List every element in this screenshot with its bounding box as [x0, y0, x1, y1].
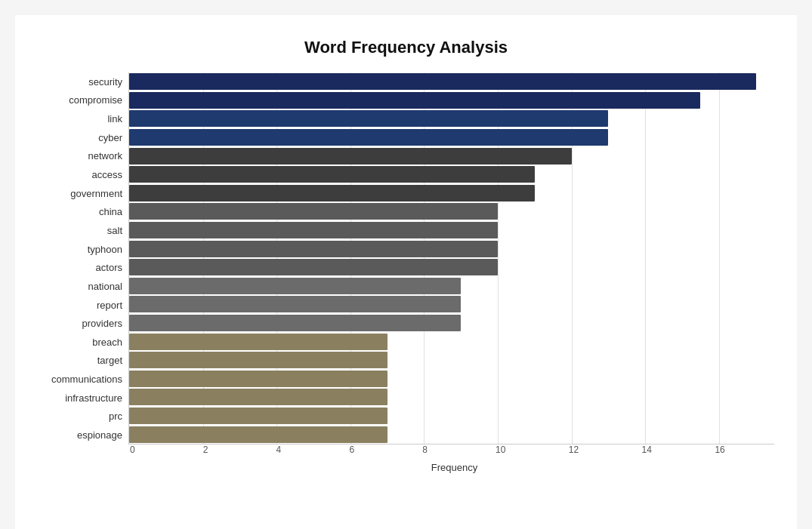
y-axis-labels: securitycompromiselinkcybernetworkaccess…: [38, 72, 128, 444]
y-label: compromise: [69, 95, 122, 105]
x-tick: 8: [422, 444, 428, 455]
bar-row: [129, 165, 774, 184]
bar: [129, 408, 387, 424]
chart-area: securitycompromiselinkcybernetworkaccess…: [38, 72, 774, 473]
bar-row: [129, 425, 774, 444]
bar: [129, 315, 461, 331]
bar: [129, 185, 535, 201]
bar: [129, 352, 387, 368]
y-label: communications: [51, 374, 122, 384]
y-label: government: [70, 189, 122, 198]
x-tick: 4: [276, 444, 282, 455]
bars-grid: [128, 72, 774, 444]
bar: [129, 129, 608, 146]
y-label: salt: [107, 226, 122, 235]
chart-title: Word Frequency Analysis: [38, 38, 774, 57]
x-tick: 0: [130, 444, 135, 455]
y-label: cyber: [98, 133, 122, 143]
chart-container: Word Frequency Analysis securitycompromi…: [15, 15, 797, 529]
bar: [129, 166, 535, 183]
bar: [129, 426, 387, 443]
x-tick: 10: [496, 444, 505, 455]
bar-row: [129, 128, 774, 147]
x-axis-label: Frequency: [134, 462, 774, 473]
bar-row: [129, 72, 774, 91]
bar-row: [129, 351, 774, 370]
x-tick: 16: [715, 444, 724, 455]
bar: [129, 73, 756, 90]
bar-row: [129, 146, 774, 165]
bar: [129, 203, 498, 220]
y-label: national: [88, 281, 122, 291]
bar-row: [129, 295, 774, 314]
bar: [129, 334, 387, 350]
bar-row: [129, 202, 774, 221]
y-label: espionage: [77, 430, 122, 440]
y-label: providers: [82, 318, 122, 328]
y-label: access: [92, 170, 122, 180]
bar: [129, 278, 461, 294]
bar: [129, 296, 461, 312]
bar: [129, 371, 387, 387]
x-tick: 6: [349, 444, 354, 455]
bar: [129, 92, 700, 109]
y-label: prc: [109, 411, 122, 421]
x-tick: 12: [569, 444, 579, 455]
y-label: security: [88, 77, 122, 87]
y-label: typhoon: [88, 245, 122, 254]
bar-row: [129, 258, 774, 277]
bar: [129, 259, 498, 275]
y-label: actors: [96, 263, 122, 272]
bar-row: [129, 370, 774, 389]
x-axis: 0246810121416: [134, 444, 774, 459]
y-label: breach: [92, 337, 122, 347]
bar-row: [129, 277, 774, 296]
bar: [129, 222, 498, 238]
bar-row: [129, 239, 774, 258]
y-label: target: [97, 355, 122, 365]
y-label: infrastructure: [65, 393, 122, 403]
x-tick: 14: [642, 444, 652, 455]
bar-row: [129, 407, 774, 426]
y-label: link: [107, 114, 122, 124]
bar-row: [129, 184, 774, 203]
bar-row: [129, 109, 774, 128]
bar-row: [129, 314, 774, 333]
bar-row: [129, 91, 774, 110]
plot-area: securitycompromiselinkcybernetworkaccess…: [38, 72, 774, 444]
bar-row: [129, 332, 774, 351]
bar: [129, 110, 608, 127]
bar-row: [129, 388, 774, 407]
y-label: china: [99, 207, 122, 217]
bar-row: [129, 221, 774, 240]
y-label: network: [88, 151, 122, 161]
y-label: report: [97, 300, 122, 310]
bar: [129, 241, 498, 257]
bar: [129, 148, 572, 165]
bar: [129, 389, 387, 405]
x-tick: 2: [203, 444, 208, 455]
